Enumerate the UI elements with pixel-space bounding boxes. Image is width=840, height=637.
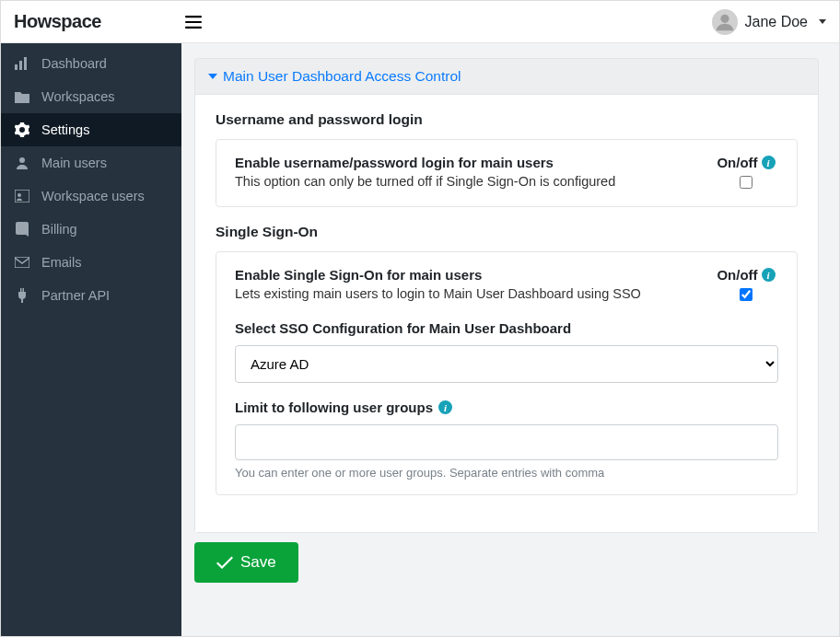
hamburger-icon [185, 16, 202, 29]
sidebar-item-label: Billing [41, 222, 77, 237]
svg-rect-1 [185, 20, 202, 22]
svg-rect-11 [21, 299, 23, 303]
user-name: Jane Doe [745, 14, 809, 30]
userpass-card: Enable username/password login for main … [216, 139, 798, 207]
sidebar-item-label: Dashboard [41, 56, 107, 71]
envelope-icon [14, 257, 30, 268]
panel-header[interactable]: Main User Dashboard Access Control [195, 59, 818, 95]
sidebar-item-partner-api[interactable]: Partner API [1, 279, 181, 312]
panel-title: Main User Dashboard Access Control [223, 68, 461, 85]
onoff-label: On/off [717, 267, 757, 283]
sso-enable-desc: Lets existing main users to login to Mai… [235, 286, 703, 301]
sidebar-item-main-users[interactable]: Main users [1, 146, 181, 180]
sso-config-label: Select SSO Configuration for Main User D… [235, 320, 778, 336]
sso-enable-label: Enable Single Sign-On for main users [235, 267, 703, 283]
save-button-label: Save [240, 553, 276, 572]
sso-groups-input[interactable] [235, 424, 778, 460]
app-header: Howspace Jane Doe [1, 1, 839, 43]
check-icon [216, 556, 233, 569]
userpass-enable-checkbox[interactable] [740, 176, 752, 189]
sidebar-item-label: Settings [41, 122, 89, 137]
gear-icon [14, 122, 30, 137]
svg-rect-4 [15, 64, 18, 70]
sidebar-item-settings[interactable]: Settings [1, 113, 181, 146]
sidebar-item-dashboard[interactable]: Dashboard [1, 47, 181, 80]
caret-down-icon [208, 74, 217, 79]
save-button[interactable]: Save [194, 542, 298, 583]
chart-icon [14, 57, 30, 70]
svg-point-7 [19, 157, 25, 163]
plug-icon [14, 288, 30, 303]
sso-groups-hint: You can enter one or more user groups. S… [235, 466, 778, 480]
sidebar-item-emails[interactable]: Emails [1, 246, 181, 279]
main-content: Main User Dashboard Access Control Usern… [181, 43, 839, 636]
sidebar-item-label: Main users [41, 156, 107, 170]
sidebar-item-workspace-users[interactable]: Workspace users [1, 180, 181, 213]
info-icon[interactable]: i [762, 156, 776, 169]
sidebar-item-billing[interactable]: Billing [1, 213, 181, 246]
sidebar-item-label: Emails [41, 255, 82, 270]
info-icon[interactable]: i [438, 400, 452, 414]
sidebar-item-label: Partner API [41, 288, 110, 303]
svg-rect-6 [24, 57, 27, 70]
folder-icon [14, 90, 30, 103]
user-icon [14, 156, 30, 170]
userpass-enable-desc: This option can only be turned off if Si… [235, 174, 703, 189]
sidebar-item-label: Workspace users [41, 189, 145, 203]
svg-rect-2 [185, 26, 202, 28]
sidebar-item-label: Workspaces [41, 89, 115, 104]
user-menu[interactable]: Jane Doe [712, 9, 827, 35]
svg-rect-0 [185, 16, 202, 17]
sso-enable-checkbox[interactable] [740, 288, 752, 301]
logo: Howspace [14, 11, 180, 32]
svg-point-9 [18, 193, 21, 197]
svg-rect-10 [15, 257, 29, 268]
sso-card: Enable Single Sign-On for main users Let… [216, 251, 798, 495]
menu-toggle[interactable] [180, 10, 207, 34]
caret-down-icon [819, 19, 826, 24]
access-control-panel: Main User Dashboard Access Control Usern… [194, 58, 819, 533]
sso-groups-label: Limit to following user groups [235, 400, 433, 415]
sso-config-select[interactable]: Azure AD [235, 345, 778, 383]
svg-rect-5 [19, 61, 22, 70]
sidebar: Dashboard Workspaces Settings Main users… [1, 43, 181, 636]
sidebar-item-workspaces[interactable]: Workspaces [1, 80, 181, 113]
onoff-label: On/off [717, 155, 757, 170]
info-icon[interactable]: i [762, 268, 776, 282]
section-heading-userpass: Username and password login [216, 111, 798, 128]
svg-point-3 [720, 14, 729, 22]
avatar [712, 9, 738, 35]
user-card-icon [14, 190, 30, 203]
section-heading-sso: Single Sign-On [216, 224, 798, 240]
book-icon [14, 222, 30, 237]
userpass-enable-label: Enable username/password login for main … [235, 155, 703, 170]
